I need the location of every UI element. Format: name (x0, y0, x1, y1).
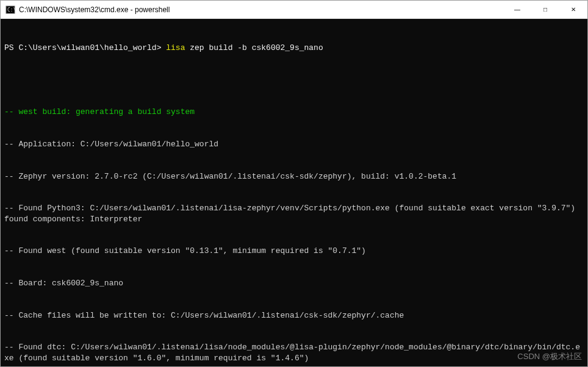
output-line: -- Found west (found suitable version "0… (4, 246, 584, 257)
window-controls: — □ ✕ (503, 1, 587, 19)
output-line: -- Application: C:/Users/wilwan01/hello_… (4, 139, 584, 150)
cmd-icon: C:\ (5, 5, 15, 15)
terminal-body[interactable]: PS C:\Users\wilwan01\hello_world> lisa z… (1, 19, 587, 366)
command-rest: zep build -b csk6002_9s_nano (190, 43, 323, 52)
output-line: -- Zephyr version: 2.7.0-rc2 (C:/Users/w… (4, 171, 584, 182)
watermark: CSDN @极术社区 (517, 351, 582, 362)
output-line: -- Found dtc: C:/Users/wilwan01/.listena… (4, 342, 584, 363)
minimize-button[interactable]: — (503, 1, 531, 19)
close-button[interactable]: ✕ (559, 1, 587, 19)
prompt-path: PS C:\Users\wilwan01\hello_world> (4, 43, 166, 52)
output-line: -- Cache files will be written to: C:/Us… (4, 310, 584, 321)
output-line: -- Found Python3: C:/Users/wilwan01/.lis… (4, 203, 584, 224)
dashes: -- (4, 107, 18, 116)
blank-line (4, 75, 584, 86)
titlebar[interactable]: C:\ C:\WINDOWS\system32\cmd.exe - powers… (1, 1, 587, 19)
prompt-line: PS C:\Users\wilwan01\hello_world> lisa z… (4, 43, 584, 54)
svg-text:C:\: C:\ (7, 7, 15, 13)
window: C:\ C:\WINDOWS\system32\cmd.exe - powers… (0, 0, 588, 367)
window-title: C:\WINDOWS\system32\cmd.exe - powershell (19, 5, 503, 14)
output-line: -- Board: csk6002_9s_nano (4, 278, 584, 289)
maximize-button[interactable]: □ (531, 1, 559, 19)
output-line: -- west build: generating a build system (4, 107, 584, 118)
west-build-msg: west build: generating a build system (18, 107, 195, 116)
command-yellow: lisa (166, 43, 190, 52)
